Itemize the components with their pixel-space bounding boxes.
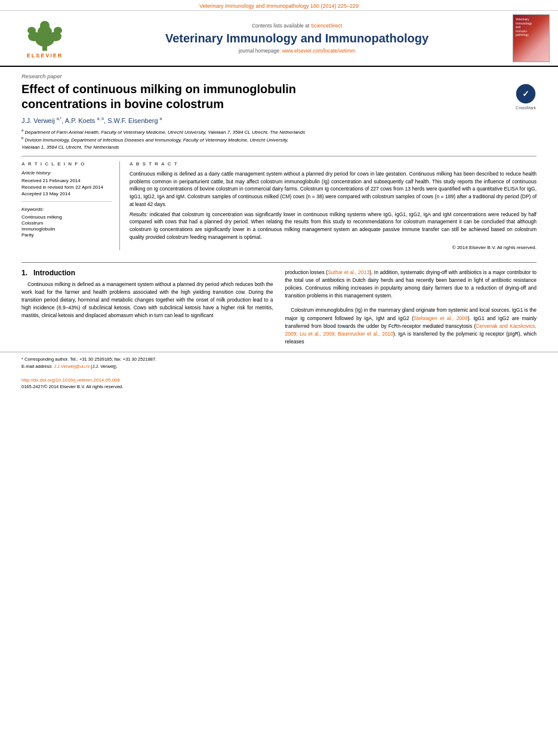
- section-main-divider: [21, 262, 537, 263]
- journal-header-center: Contents lists available at ScienceDirec…: [90, 14, 504, 62]
- intro-paragraph-right-2: Colostrum immunoglobulins (Ig) in the ma…: [285, 306, 537, 346]
- journal-thumbnail-area: VeterinaryImmunologyandImmuno-pathology: [510, 14, 552, 62]
- keyword-2: Colostrum: [21, 220, 112, 226]
- paper-type: Research paper: [21, 73, 537, 79]
- corresponding-author: * Corresponding author. Tel.: +31 30 253…: [21, 356, 537, 370]
- copyright-line: © 2014 Elsevier B.V. All rights reserved…: [130, 245, 537, 250]
- results-text: indicated that colostrum Ig concentratio…: [130, 211, 537, 240]
- keyword-4: Parity: [21, 232, 112, 238]
- sciencedirect-line: Contents lists available at ScienceDirec…: [252, 23, 342, 29]
- ref-suthar[interactable]: Suthar et al., 2013: [328, 269, 369, 275]
- sciencedirect-link[interactable]: ScienceDirect: [311, 23, 342, 29]
- footnote-area: * Corresponding author. Tel.: +31 30 253…: [0, 352, 558, 391]
- crossmark-badge[interactable]: ✓ CrossMark: [515, 83, 537, 110]
- results-label: Results:: [130, 211, 148, 217]
- revised-date: Received in revised form 22 April 2014: [21, 185, 112, 190]
- elsevier-logo: ELSEVIER: [21, 19, 69, 59]
- journal-homepage: journal homepage: www.elsevier.com/locat…: [239, 48, 355, 54]
- journal-thumbnail: VeterinaryImmunologyandImmuno-pathology: [513, 14, 550, 62]
- abstract-body: Continuous milking is defined as a dairy…: [130, 170, 537, 208]
- section-heading-text: Introduction: [33, 269, 75, 277]
- issn-line: 0165-2427/© 2014 Elsevier B.V. All right…: [21, 384, 537, 389]
- journal-title: Veterinary Immunology and Immunopatholog…: [165, 31, 428, 45]
- article-body: A R T I C L E I N F O Article history: R…: [21, 156, 537, 250]
- history-label: Article history:: [21, 170, 112, 176]
- paper-content: Research paper ✓ CrossMark Effect of con…: [0, 67, 558, 256]
- svg-point-3: [40, 21, 50, 30]
- crossmark-label: CrossMark: [515, 106, 537, 110]
- email-link[interactable]: J.J.Verweij@uu.nl: [54, 364, 90, 369]
- keyword-3: Immunoglobulin: [21, 226, 112, 232]
- journal-citation-link[interactable]: Veterinary Immunology and Immunopatholog…: [199, 3, 359, 9]
- doi-link[interactable]: http://dx.doi.org/10.1016/j.vetimm.2014.…: [21, 377, 120, 383]
- section-number: 1.: [21, 269, 27, 277]
- intro-right-column: production losses (Suthar et al., 2013).…: [285, 269, 537, 346]
- introduction-section: 1. Introduction Continuous milking is de…: [0, 269, 558, 346]
- svg-point-6: [27, 27, 36, 34]
- authors-line: J.J. Verweij a,*, A.P. Koets a, b, S.W.F…: [21, 116, 537, 124]
- homepage-prefix: journal homepage:: [239, 48, 282, 54]
- info-divider: [21, 201, 112, 202]
- doi-line: http://dx.doi.org/10.1016/j.vetimm.2014.…: [21, 376, 537, 383]
- abstract-heading: A B S T R A C T: [130, 161, 537, 167]
- journal-top-bar: Veterinary Immunology and Immunopatholog…: [0, 0, 558, 11]
- svg-point-7: [54, 27, 62, 34]
- received-date: Received 21 February 2014: [21, 178, 112, 183]
- article-info-column: A R T I C L E I N F O Article history: R…: [21, 161, 120, 250]
- email-label: E-mail address:: [21, 364, 53, 369]
- elsevier-text-label: ELSEVIER: [27, 53, 63, 59]
- section-title: 1. Introduction: [21, 269, 273, 277]
- ref-baumrucker[interactable]: Baumrucker et al., 2010: [338, 331, 393, 337]
- publisher-logo-area: ELSEVIER: [6, 14, 84, 62]
- ref-stelwagen[interactable]: Stelwagen et al., 2009: [414, 315, 467, 321]
- article-info-heading: A R T I C L E I N F O: [21, 161, 112, 167]
- keywords-label: Keywords:: [21, 207, 112, 212]
- accepted-date: Accepted 13 May 2014: [21, 191, 112, 196]
- email-suffix: (J.J. Verweij).: [91, 364, 118, 369]
- keyword-1: Continuous milking: [21, 214, 112, 220]
- ref-liu[interactable]: Liu et al., 2009;: [300, 331, 336, 337]
- intro-paragraph-right-1: production losses (Suthar et al., 2013).…: [285, 269, 537, 300]
- homepage-url[interactable]: www.elsevier.com/locate/vetimm: [282, 48, 355, 54]
- intro-paragraph-left: Continuous milking is defined as a manag…: [21, 281, 273, 320]
- abstract-column: A B S T R A C T Continuous milking is de…: [130, 161, 537, 250]
- abstract-results: Results: indicated that colostrum Ig con…: [130, 211, 537, 241]
- thumbnail-title: VeterinaryImmunologyandImmuno-pathology: [516, 17, 532, 37]
- elsevier-tree-icon: [21, 19, 69, 51]
- affiliations: a Department of Farm Animal Health, Facu…: [21, 128, 537, 151]
- crossmark-icon: ✓: [515, 83, 537, 105]
- corresponding-text: * Corresponding author. Tel.: +31 30 253…: [21, 357, 156, 362]
- svg-text:✓: ✓: [522, 89, 529, 99]
- intro-left-column: 1. Introduction Continuous milking is de…: [21, 269, 273, 346]
- paper-title: Effect of continuous milking on immunogl…: [21, 82, 537, 112]
- journal-header: ELSEVIER Contents lists available at Sci…: [0, 11, 558, 67]
- sciencedirect-prefix: Contents lists available at: [252, 23, 311, 29]
